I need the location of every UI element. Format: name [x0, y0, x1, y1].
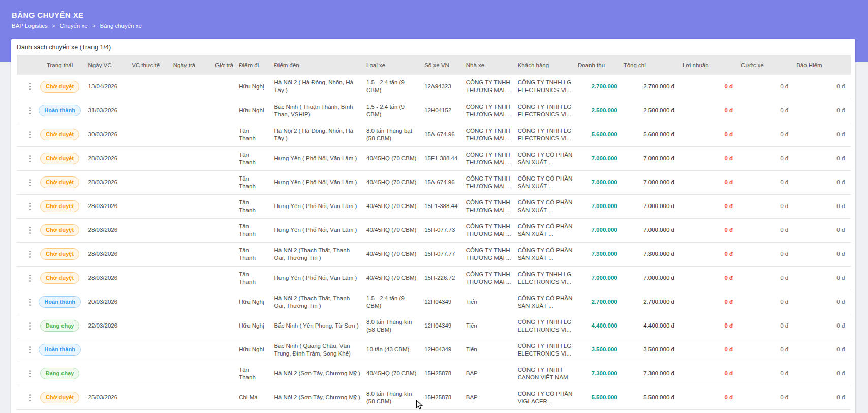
table-row: Hoàn thànhHữu NghịBắc Ninh ( Quang Châu,… — [17, 338, 851, 362]
column-header: Trạng thái — [36, 55, 84, 75]
cell-carrier: CÔNG TY TNHH THƯƠNG MẠI ... — [462, 242, 514, 266]
cell-date — [128, 170, 169, 194]
column-header: Doanh thu — [574, 55, 619, 75]
cell-status: Hoàn thành — [36, 338, 84, 362]
cell-fee: 0 đ — [792, 314, 849, 338]
cell-fee — [849, 362, 851, 386]
status-badge: Chờ duyệt — [40, 81, 79, 93]
cell-route: Hà Nội 2 (Sơn Tây, Chương Mỹ ) — [270, 362, 362, 386]
breadcrumb-item[interactable]: Bảng chuyển xe — [100, 23, 141, 29]
cell-fee: 0 đ — [737, 123, 792, 146]
cell-fee: 0 đ — [737, 314, 792, 338]
cell-fee: 0 đ — [792, 75, 849, 99]
cell-carrier: Tiến — [462, 314, 514, 338]
column-header: Loại xe — [362, 55, 420, 75]
cell-customer: CÔNG TY CỔ PHẦN SẢN XUẤT ... — [514, 146, 574, 170]
cell-truck: 40/45HQ (70 CBM) — [362, 218, 420, 242]
row-menu-button[interactable] — [27, 105, 34, 116]
cell-carrier: BAP — [462, 386, 514, 409]
cell-truck: 40/45HQ (70 CBM) — [362, 194, 420, 218]
table-header: Trạng tháiNgày VCVC thực tếNgày trảGiờ t… — [17, 55, 851, 75]
cell-fee: 0 đ — [792, 338, 849, 362]
cell-origin: Hữu Nghị — [235, 314, 270, 338]
breadcrumb-separator: > — [52, 23, 55, 29]
cell-fee: 0 đ — [737, 146, 792, 170]
row-menu-button[interactable] — [27, 129, 34, 140]
cell-profit: 0 đ — [678, 338, 737, 362]
cell-total: 7.000.000 đ — [619, 146, 678, 170]
cell-date — [128, 362, 169, 386]
cell-date — [84, 362, 128, 386]
cell-time — [211, 194, 235, 218]
breadcrumb-item[interactable]: BAP Logistics — [12, 23, 48, 29]
cell-fee — [849, 218, 851, 242]
cell-status: Chờ duyệt — [36, 170, 84, 194]
table-row: Đang chạy22/03/2026Hữu NghịBắc Ninh ( Yê… — [17, 314, 851, 338]
cell-date — [169, 338, 211, 362]
row-menu-button[interactable] — [27, 392, 34, 403]
cell-actions — [17, 75, 36, 99]
column-header: Điểm đến — [270, 55, 362, 75]
cell-status: Chờ duyệt — [36, 194, 84, 218]
cell-date — [128, 290, 169, 314]
cell-fee: 0 đ — [792, 290, 849, 314]
cell-route: Hà Nội 2 ( Hà Đông, Nhổn, Hà Tây ) — [270, 123, 362, 146]
cell-time — [211, 242, 235, 266]
cell-fee: 0 đ — [737, 170, 792, 194]
cell-actions — [17, 99, 36, 123]
cell-status: Chờ duyệt — [36, 146, 84, 170]
cell-revenue: 7.300.000 — [574, 242, 619, 266]
cell-origin: Tân Thanh — [235, 242, 270, 266]
cell-actions — [17, 242, 36, 266]
cell-date: 25/03/2026 — [84, 386, 128, 409]
row-menu-button[interactable] — [27, 273, 34, 284]
row-menu-button[interactable] — [27, 320, 34, 332]
cell-route: Hưng Yên ( Phố Nối, Văn Lâm ) — [270, 266, 362, 290]
table-row: Chờ duyệt28/03/2026Tân ThanhHưng Yên ( P… — [17, 266, 851, 290]
status-badge: Hoàn thành — [39, 344, 81, 356]
cell-fee: 0 đ — [792, 242, 849, 266]
cell-fee — [849, 146, 851, 170]
row-menu-button[interactable] — [27, 225, 34, 236]
cell-route: Hà Nội 2 ( Hà Đông, Nhổn, Hà Tây ) — [270, 75, 362, 99]
row-menu-button[interactable] — [27, 297, 34, 308]
cell-fee — [849, 194, 851, 218]
cell-total: 7.300.000 đ — [619, 242, 678, 266]
cell-carrier: CÔNG TY TNHH THƯƠNG MẠI ... — [462, 75, 514, 99]
cell-revenue: 4.400.000 — [574, 314, 619, 338]
breadcrumb-item[interactable]: Chuyến xe — [60, 23, 88, 29]
row-menu-button[interactable] — [27, 201, 34, 212]
row-menu-button[interactable] — [27, 368, 34, 379]
cell-revenue: 5.500.000 — [574, 386, 619, 409]
cell-time — [211, 218, 235, 242]
cell-fee — [849, 314, 851, 338]
cell-truck: 40/45HQ (70 CBM) — [362, 362, 420, 386]
cell-origin: Hữu Nghị — [235, 75, 270, 99]
cell-date: 13/04/2026 — [84, 75, 128, 99]
cell-profit: 0 đ — [678, 314, 737, 338]
cell-total: 3.500.000 đ — [619, 338, 678, 362]
cell-profit: 0 đ — [678, 362, 737, 386]
cell-origin: Tân Thanh — [235, 194, 270, 218]
cell-status: Chờ duyệt — [36, 123, 84, 146]
row-menu-button[interactable] — [27, 177, 34, 188]
cell-time — [211, 266, 235, 290]
row-menu-button[interactable] — [27, 81, 34, 92]
status-badge: Hoàn thành — [39, 296, 81, 308]
table-row: Chờ duyệt28/03/2026Tân ThanhHưng Yên ( P… — [17, 170, 851, 194]
row-menu-button[interactable] — [27, 249, 34, 260]
status-badge: Chờ duyệt — [40, 248, 79, 260]
cell-carrier: CÔNG TY TNHH THƯƠNG MẠI ... — [462, 123, 514, 146]
cell-actions — [17, 146, 36, 170]
cell-plate: 12H04349 — [420, 338, 462, 362]
cell-profit: 0 đ — [678, 146, 737, 170]
column-header: Bảo Hiểm — [792, 55, 849, 75]
cell-status: Chờ duyệt — [36, 218, 84, 242]
row-menu-button[interactable] — [27, 153, 34, 164]
status-badge: Chờ duyệt — [40, 176, 79, 188]
cell-origin: Chi Ma — [235, 386, 270, 409]
cell-date — [169, 99, 211, 123]
row-menu-button[interactable] — [27, 344, 34, 356]
cell-date — [128, 386, 169, 409]
cell-date: 28/03/2026 — [84, 218, 128, 242]
